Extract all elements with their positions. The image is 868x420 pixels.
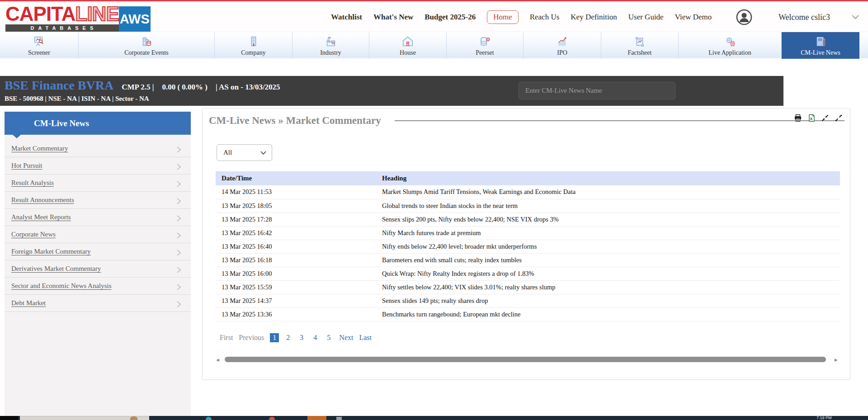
table-row[interactable]: 13 Mar 2025 14:37 Sensex slides 149 pts;… bbox=[216, 294, 840, 307]
panel-title-row: CM-Live News » Market Commentary bbox=[209, 115, 844, 127]
pagination-page[interactable]: 4 bbox=[311, 333, 320, 342]
chevron-right-icon bbox=[177, 232, 181, 239]
sidebar-menu-item[interactable]: Market Commentary bbox=[5, 140, 191, 157]
news-heading: Nifty ends below 22,400 level; broader m… bbox=[376, 240, 840, 253]
taskbar-start-area[interactable] bbox=[0, 416, 18, 420]
taskbar-window-preview[interactable] bbox=[20, 416, 149, 420]
table-row[interactable]: 13 Mar 2025 15:59 Nifty settles below 22… bbox=[216, 280, 840, 294]
news-search-input[interactable] bbox=[519, 82, 675, 99]
tab-house[interactable]: House bbox=[369, 32, 447, 59]
table-row[interactable]: 14 Mar 2025 11:53 Market Slumps Amid Tar… bbox=[216, 185, 840, 199]
user-box: Welcome cslic3 bbox=[736, 3, 859, 32]
tab-corporate-events[interactable]: Corporate Events bbox=[79, 32, 215, 59]
news-datetime: 13 Mar 2025 16:18 bbox=[216, 253, 376, 267]
scroll-left-arrow[interactable]: ◀ bbox=[216, 358, 219, 362]
taskbar-app-icon-red[interactable] bbox=[269, 417, 275, 420]
collapse-icon[interactable] bbox=[821, 114, 829, 122]
nav-view-demo[interactable]: View Demo bbox=[675, 13, 712, 22]
table-row[interactable]: 13 Mar 2025 16:00 Quick Wrap: Nifty Real… bbox=[216, 267, 840, 280]
user-menu-chevron-icon[interactable] bbox=[852, 15, 859, 19]
sidebar-menu-item[interactable]: Debt Market bbox=[5, 295, 191, 312]
pagination-previous[interactable]: Previous bbox=[239, 334, 264, 342]
sidebar-menu-item[interactable]: Foreign Market Commentary bbox=[5, 243, 191, 260]
nav-reach-us[interactable]: Reach Us bbox=[530, 13, 560, 22]
scroll-right-arrow[interactable]: ▶ bbox=[835, 358, 838, 362]
table-row[interactable]: 13 Mar 2025 16:18 Barometers end with sm… bbox=[216, 253, 840, 267]
table-row[interactable]: 13 Mar 2025 17:28 Sensex slips 200 pts, … bbox=[216, 212, 840, 226]
sidebar-menu-item[interactable]: Result Announcements bbox=[5, 192, 191, 209]
tab-company[interactable]: Company bbox=[215, 32, 292, 59]
user-avatar-icon[interactable] bbox=[736, 9, 752, 25]
pagination-last[interactable]: Last bbox=[359, 334, 372, 342]
live-application-icon bbox=[723, 35, 737, 48]
tab-peerset[interactable]: Peerset bbox=[447, 32, 524, 59]
news-datetime: 13 Mar 2025 18:05 bbox=[216, 199, 376, 212]
taskbar-app-icon-gray[interactable] bbox=[336, 417, 342, 420]
sidebar-item-label: Derivatives Market Commentary bbox=[11, 265, 101, 273]
breadcrumb-parent: CM-Live News bbox=[209, 115, 276, 126]
nav-whats-new[interactable]: What's New bbox=[373, 13, 413, 22]
news-heading: Nifty March futures trade at premium bbox=[376, 226, 840, 240]
logo-text: CAPITALINE bbox=[5, 4, 119, 24]
house-icon bbox=[401, 35, 415, 48]
nav-budget[interactable]: Budget 2025-26 bbox=[425, 13, 476, 22]
nav-watchlist[interactable]: Watchlist bbox=[331, 13, 362, 22]
logo-text-light: LINE bbox=[75, 3, 119, 25]
pagination-first[interactable]: First bbox=[220, 334, 233, 342]
sidebar-menu-item[interactable]: Sector and Economic News Analysis bbox=[5, 278, 191, 295]
sidebar-menu-item[interactable]: Derivatives Market Commentary bbox=[5, 260, 191, 278]
tab-live-application[interactable]: Live Application bbox=[679, 32, 782, 59]
stock-name: BSE Finance BVRA bbox=[5, 78, 113, 93]
title-rule bbox=[395, 120, 844, 121]
sidebar-menu-item[interactable]: Corporate News bbox=[5, 226, 191, 243]
scrollbar-track[interactable] bbox=[221, 356, 833, 363]
table-row[interactable]: 13 Mar 2025 16:40 Nifty ends below 22,40… bbox=[216, 240, 840, 253]
nav-key-definition[interactable]: Key Definition bbox=[571, 13, 617, 22]
os-taskbar: 7:19 PM bbox=[0, 416, 868, 420]
pagination-next[interactable]: Next bbox=[339, 334, 353, 342]
tab-screener[interactable]: Screener bbox=[0, 32, 79, 59]
print-icon[interactable] bbox=[794, 114, 802, 122]
sidebar-menu-item[interactable]: Analyst Meet Reports bbox=[5, 209, 191, 226]
nav-home[interactable]: Home bbox=[487, 10, 519, 24]
table-row[interactable]: 13 Mar 2025 13:36 Benchmarks turn rangeb… bbox=[216, 307, 840, 321]
tab-label: Industry bbox=[320, 49, 341, 57]
ipo-icon bbox=[556, 35, 569, 48]
scrollbar-thumb[interactable] bbox=[225, 357, 826, 362]
taskbar-app-icon-orange[interactable] bbox=[307, 416, 326, 420]
export-excel-icon[interactable]: X bbox=[807, 114, 816, 122]
taskbar-app-icon-teal[interactable] bbox=[206, 417, 212, 420]
tab-label: Live Application bbox=[708, 49, 751, 57]
pagination-page[interactable]: 2 bbox=[283, 333, 292, 342]
table-row[interactable]: 13 Mar 2025 16:42 Nifty March futures tr… bbox=[216, 226, 840, 240]
tab-factsheet[interactable]: Factsheet bbox=[601, 32, 679, 59]
news-table: Date/Time Heading 14 Mar 2025 11:53 Mark… bbox=[216, 171, 840, 321]
pagination-page[interactable]: 1 bbox=[270, 333, 279, 342]
cm-live-news-icon bbox=[814, 35, 827, 48]
nav-user-guide[interactable]: User Guide bbox=[628, 13, 664, 22]
tab-label: Peerset bbox=[476, 49, 494, 57]
capitaline-logo: CAPITALINE DATABASES AWS bbox=[5, 4, 151, 32]
sidebar-menu-item[interactable]: Result Analysis bbox=[5, 175, 191, 192]
module-tabbar: Screener Corporate Events Compan bbox=[0, 32, 868, 58]
pagination-page[interactable]: 5 bbox=[324, 333, 333, 342]
main-panel: CM-Live News » Market Commentary X bbox=[202, 108, 850, 380]
news-datetime: 13 Mar 2025 16:40 bbox=[216, 240, 376, 253]
screener-icon bbox=[33, 35, 46, 48]
stock-change: 0.00 ( 0.00% ) bbox=[162, 83, 208, 92]
pagination-page[interactable]: 3 bbox=[297, 333, 306, 342]
sidebar-item-label: Corporate News bbox=[11, 231, 56, 238]
sidebar-menu: Market Commentary Hot Pursuit Result Ana… bbox=[5, 140, 191, 312]
tab-industry[interactable]: Industry bbox=[292, 32, 369, 59]
breadcrumb-current: Market Commentary bbox=[286, 115, 381, 126]
expand-icon[interactable] bbox=[835, 114, 843, 122]
sidebar-item-label: Analyst Meet Reports bbox=[11, 213, 71, 221]
news-heading: Sensex slips 200 pts, Nifty ends below 2… bbox=[376, 212, 840, 226]
sidebar: CM-Live News Market Commentary Hot Pursu… bbox=[5, 112, 191, 416]
welcome-label: Welcome cslic3 bbox=[778, 13, 830, 22]
category-select[interactable]: All bbox=[217, 144, 272, 161]
sidebar-menu-item[interactable]: Hot Pursuit bbox=[5, 157, 191, 175]
tab-cm-live-news[interactable]: CM-Live News bbox=[782, 32, 859, 59]
tab-ipo[interactable]: IPO bbox=[524, 32, 601, 59]
table-row[interactable]: 13 Mar 2025 18:05 Global trends to steer… bbox=[216, 199, 840, 212]
